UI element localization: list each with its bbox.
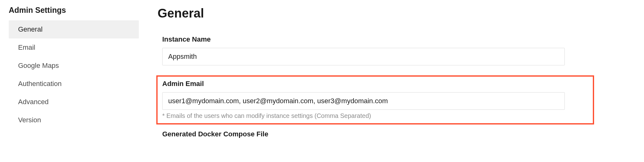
admin-email-help: * Emails of the users who can modify ins… xyxy=(162,112,588,119)
sidebar: Admin Settings General Email Google Maps… xyxy=(0,0,139,162)
sidebar-item-authentication[interactable]: Authentication xyxy=(9,75,139,93)
admin-email-highlight: Admin Email * Emails of the users who ca… xyxy=(156,75,594,124)
sidebar-item-label: Version xyxy=(18,116,41,124)
instance-name-label: Instance Name xyxy=(162,35,608,43)
sidebar-title: Admin Settings xyxy=(9,6,139,15)
sidebar-item-general[interactable]: General xyxy=(9,20,139,38)
instance-name-input[interactable] xyxy=(162,48,565,65)
main-content: General Instance Name Admin Email * Emai… xyxy=(139,0,644,162)
sidebar-item-label: Google Maps xyxy=(18,62,59,69)
sidebar-item-email[interactable]: Email xyxy=(9,38,139,57)
sidebar-item-label: General xyxy=(18,25,42,33)
sidebar-item-label: Advanced xyxy=(18,98,49,106)
sidebar-item-advanced[interactable]: Advanced xyxy=(9,93,139,111)
sidebar-item-label: Authentication xyxy=(18,80,61,88)
admin-email-input[interactable] xyxy=(162,92,565,110)
instance-name-field: Instance Name xyxy=(158,32,613,68)
sidebar-item-google-maps[interactable]: Google Maps xyxy=(9,57,139,75)
docker-compose-heading: Generated Docker Compose File xyxy=(158,130,613,138)
sidebar-item-label: Email xyxy=(18,43,35,51)
page-title: General xyxy=(158,6,613,20)
sidebar-item-version[interactable]: Version xyxy=(9,111,139,129)
admin-email-label: Admin Email xyxy=(162,80,588,88)
